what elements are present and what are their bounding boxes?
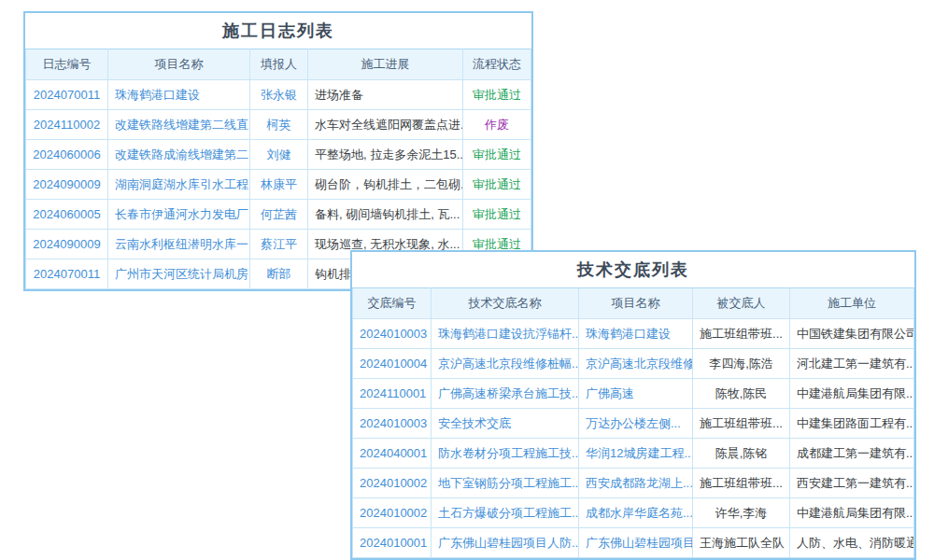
- table-cell: 平整场地, 拉走多余泥土15...: [308, 140, 463, 170]
- table-row: 2024090009湖南洞庭湖水库引水工程...林康平砌台阶，钩机排土，二包砌.…: [26, 170, 531, 200]
- table-cell: 中建集团路面工程有...: [790, 409, 914, 439]
- cell-link[interactable]: 2024090009: [26, 170, 108, 200]
- cell-link[interactable]: 刘健: [250, 140, 308, 170]
- table-cell: 河北建工第一建筑有...: [790, 349, 914, 379]
- table-row: 2024060005长春市伊通河水力发电厂...何芷茜备料, 砌间墙钩机排土, …: [26, 200, 531, 230]
- status-badge: 审批通过: [463, 80, 531, 110]
- cell-link[interactable]: 2024010003: [353, 319, 432, 349]
- column-header-progress: 施工进展: [308, 49, 463, 80]
- table-cell: 水车对全线遮阳网覆盖点进...: [308, 110, 463, 140]
- cell-link[interactable]: 云南水利枢纽潜明水库一...: [108, 230, 250, 259]
- cell-link[interactable]: 地下室钢筋分项工程施工...: [432, 469, 579, 498]
- cell-link[interactable]: 广东佛山碧桂园项目: [579, 528, 693, 558]
- table-cell: 陈晨,陈铭: [693, 439, 790, 469]
- cell-link[interactable]: 安全技术交底: [432, 409, 579, 439]
- cell-link[interactable]: 2024010001: [353, 528, 432, 558]
- table-cell: 成都建工第一建筑有...: [790, 439, 914, 469]
- cell-link[interactable]: 2024090009: [26, 230, 108, 259]
- cell-link[interactable]: 2024110002: [26, 110, 108, 140]
- cell-link[interactable]: 西安成都路龙湖上...: [579, 469, 693, 498]
- table-row: 2024110001广佛高速桥梁承台施工技...广佛高速陈牧,陈民中建港航局集团…: [353, 379, 914, 409]
- cell-link[interactable]: 华润12城房建工程...: [579, 439, 693, 469]
- column-header-reporter: 填报人: [250, 49, 308, 80]
- cell-link[interactable]: 2024110001: [353, 379, 432, 409]
- tech-disclosure-rows: 2024010003珠海鹤港口建设抗浮锚杆...珠海鹤港口建设施工班组带班...…: [353, 319, 914, 558]
- cell-link[interactable]: 广州市天河区统计局机房...: [108, 259, 250, 289]
- cell-link[interactable]: 湖南洞庭湖水库引水工程...: [108, 170, 250, 200]
- column-header-disclosure-id: 交底编号: [353, 288, 432, 319]
- cell-link[interactable]: 广佛高速桥梁承台施工技...: [432, 379, 579, 409]
- cell-link[interactable]: 何芷茜: [250, 200, 308, 230]
- cell-link[interactable]: 长春市伊通河水力发电厂...: [108, 200, 250, 230]
- cell-link[interactable]: 2024040001: [353, 439, 432, 469]
- table-cell: 施工班组带班...: [693, 469, 790, 498]
- table-row: 2024040001防水卷材分项工程施工技...华润12城房建工程...陈晨,陈…: [353, 439, 914, 469]
- status-badge: 作废: [463, 110, 531, 140]
- column-header-construction-unit: 施工单位: [790, 288, 914, 319]
- table-cell: 中建港航局集团有限...: [790, 379, 914, 409]
- table-row: 2024010003珠海鹤港口建设抗浮锚杆...珠海鹤港口建设施工班组带班...…: [353, 319, 914, 349]
- cell-link[interactable]: 2024070011: [26, 259, 108, 289]
- cell-link[interactable]: 京沪高速北京段维修桩幅...: [432, 349, 579, 379]
- status-badge: 审批通过: [463, 140, 531, 170]
- tech-disclosure-panel: 技术交底列表 交底编号 技术交底名称 项目名称 被交底人 施工单位 202401…: [350, 250, 916, 560]
- cell-link[interactable]: 防水卷材分项工程施工技...: [432, 439, 579, 469]
- table-row: 2024010002土石方爆破分项工程施工...成都水岸华庭名苑...许华,李海…: [353, 498, 914, 528]
- table-row: 2024110002改建铁路线增建第二线直...柯英水车对全线遮阳网覆盖点进..…: [26, 110, 531, 140]
- cell-link[interactable]: 成都水岸华庭名苑...: [579, 498, 693, 528]
- table-cell: 施工班组带班...: [693, 409, 790, 439]
- cell-link[interactable]: 万达办公楼左侧...: [579, 409, 693, 439]
- table-row: 2024010003安全技术交底万达办公楼左侧...施工班组带班...中建集团路…: [353, 409, 914, 439]
- column-header-disclosure-name: 技术交底名称: [432, 288, 579, 319]
- cell-link[interactable]: 改建铁路成渝线增建第二...: [108, 140, 250, 170]
- table-row: 2024010001广东佛山碧桂园项目人防...广东佛山碧桂园项目王海施工队全队…: [353, 528, 914, 558]
- table-row: 2024060006改建铁路成渝线增建第二...刘健平整场地, 拉走多余泥土15…: [26, 140, 531, 170]
- cell-link[interactable]: 2024060006: [26, 140, 108, 170]
- table-cell: 砌台阶，钩机排土，二包砌...: [308, 170, 463, 200]
- cell-link[interactable]: 广东佛山碧桂园项目人防...: [432, 528, 579, 558]
- table-row: 2024010004京沪高速北京段维修桩幅...京沪高速北京段维修李四海,陈浩河…: [353, 349, 914, 379]
- cell-link[interactable]: 改建铁路线增建第二线直...: [108, 110, 250, 140]
- cell-link[interactable]: 2024010003: [353, 409, 432, 439]
- cell-link[interactable]: 珠海鹤港口建设: [579, 319, 693, 349]
- cell-link[interactable]: 柯英: [250, 110, 308, 140]
- table-cell: 王海施工队全队: [693, 528, 790, 558]
- cell-link[interactable]: 2024060005: [26, 200, 108, 230]
- table-cell: 陈牧,陈民: [693, 379, 790, 409]
- column-header-disclosed-to: 被交底人: [693, 288, 790, 319]
- cell-link[interactable]: 2024010002: [353, 498, 432, 528]
- cell-link[interactable]: 2024010004: [353, 349, 432, 379]
- table-cell: 中建港航局集团有限...: [790, 498, 914, 528]
- cell-link[interactable]: 2024070011: [26, 80, 108, 110]
- table-cell: 许华,李海: [693, 498, 790, 528]
- cell-link[interactable]: 珠海鹤港口建设: [108, 80, 250, 110]
- column-header-workflow-status: 流程状态: [463, 49, 531, 80]
- table-cell: 进场准备: [308, 80, 463, 110]
- cell-link[interactable]: 广佛高速: [579, 379, 693, 409]
- cell-link[interactable]: 土石方爆破分项工程施工...: [432, 498, 579, 528]
- tech-disclosure-title: 技术交底列表: [352, 252, 914, 287]
- table-cell: 备料, 砌间墙钩机排土, 瓦...: [308, 200, 463, 230]
- table-cell: 李四海,陈浩: [693, 349, 790, 379]
- column-header-project-name: 项目名称: [108, 49, 250, 80]
- column-header-log-id: 日志编号: [26, 49, 108, 80]
- cell-link[interactable]: 2024010002: [353, 469, 432, 498]
- cell-link[interactable]: 京沪高速北京段维修: [579, 349, 693, 379]
- table-row: 2024070011珠海鹤港口建设张永银进场准备审批通过: [26, 80, 531, 110]
- cell-link[interactable]: 蔡江平: [250, 230, 308, 259]
- construction-log-title: 施工日志列表: [25, 13, 531, 49]
- cell-link[interactable]: 林康平: [250, 170, 308, 200]
- table-cell: 西安建工第一建筑有...: [790, 469, 914, 498]
- table-header-row: 日志编号 项目名称 填报人 施工进展 流程状态: [26, 49, 531, 80]
- table-cell: 中国铁建集团有限公司: [790, 319, 914, 349]
- table-header-row: 交底编号 技术交底名称 项目名称 被交底人 施工单位: [353, 288, 914, 319]
- cell-link[interactable]: 珠海鹤港口建设抗浮锚杆...: [432, 319, 579, 349]
- table-cell: 施工班组带班...: [693, 319, 790, 349]
- table-cell: 人防、水电、消防暖通...: [790, 528, 914, 558]
- cell-link[interactable]: 张永银: [250, 80, 308, 110]
- cell-link[interactable]: 断部: [250, 259, 308, 289]
- status-badge: 审批通过: [463, 200, 531, 230]
- tech-disclosure-table: 交底编号 技术交底名称 项目名称 被交底人 施工单位 2024010003珠海鹤…: [352, 287, 914, 558]
- status-badge: 审批通过: [463, 170, 531, 200]
- table-row: 2024010002地下室钢筋分项工程施工...西安成都路龙湖上...施工班组带…: [353, 469, 914, 498]
